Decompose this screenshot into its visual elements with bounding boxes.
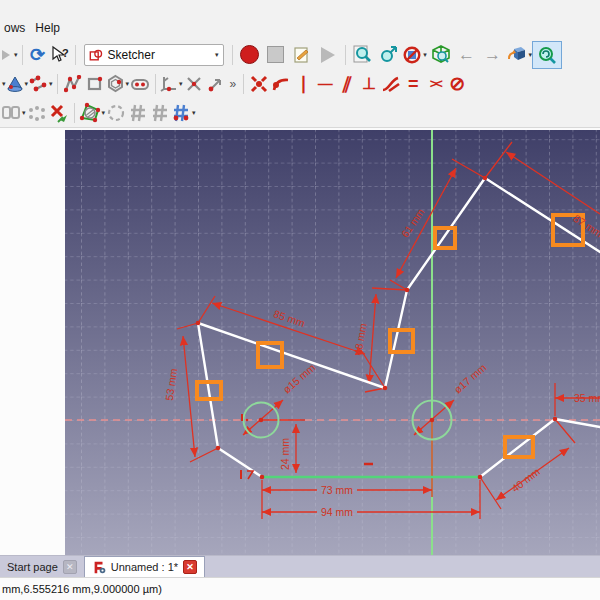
macro-edit-button[interactable]: [289, 43, 315, 67]
clone-button[interactable]: ▾: [1, 102, 26, 124]
dropdown-caret-icon[interactable]: ▾: [22, 109, 26, 117]
constraint-perpendicular-button[interactable]: ⊥: [358, 73, 380, 95]
separator: [243, 74, 244, 94]
symmetric-constraint-icon: ><: [430, 77, 441, 90]
refresh-button[interactable]: ⟳: [27, 44, 49, 66]
tab-start-page[interactable]: Start page ✕: [0, 557, 84, 577]
block-constraint-icon: ⊘: [449, 74, 465, 93]
workbench-selector-value: Sketcher: [108, 48, 214, 62]
viewport-strip: 53 mm 85 mm 48 mm 61 mm 87 mm ø15 mm ø17…: [0, 128, 600, 555]
zoom-fit-all-button[interactable]: [350, 43, 376, 67]
dim-94: 94 mm: [321, 506, 353, 518]
clone-icon: [1, 104, 21, 122]
close-tab-icon[interactable]: ✕: [63, 560, 77, 574]
create-rectangle-button[interactable]: [84, 73, 106, 95]
menu-windows[interactable]: ows: [2, 19, 33, 37]
constraint-parallel-button[interactable]: ∥: [336, 73, 358, 95]
menu-help[interactable]: Help: [33, 19, 68, 37]
create-slot-button[interactable]: [129, 73, 151, 95]
toggle-construction-button[interactable]: ▾: [160, 73, 183, 95]
separator: [74, 103, 75, 123]
cursor-coordinates: mm,6.555216 mm,9.000000 µm): [0, 583, 162, 595]
constraint-horizontal-button[interactable]: —: [314, 73, 336, 95]
axonometric-cube-icon: [431, 45, 451, 65]
tab-start-page-label: Start page: [7, 561, 58, 573]
external-geometry-button[interactable]: [205, 73, 227, 95]
select-bspline-control-polygon-button[interactable]: ▾: [79, 102, 106, 124]
show-hide-circle-button[interactable]: [105, 102, 127, 124]
view-axonometric-button[interactable]: [428, 43, 454, 67]
delete-all-geometry-button[interactable]: [48, 102, 70, 124]
constraint-point-on-object-button[interactable]: [270, 73, 292, 95]
bspline-degree-button[interactable]: [127, 102, 149, 124]
zoom-fit-selection-button[interactable]: [376, 43, 402, 67]
draw-style-icon: [402, 45, 422, 65]
forward-arrow-icon: →: [484, 46, 501, 63]
play-icon: [321, 47, 335, 63]
dropdown-caret-icon[interactable]: ▾: [215, 51, 219, 59]
constraint-symmetric-button[interactable]: ><: [424, 73, 446, 95]
view-cube-icon: [506, 45, 528, 65]
dim-73: 73 mm: [321, 484, 353, 496]
dropdown-caret-icon[interactable]: ▾: [14, 51, 18, 59]
create-arc-button[interactable]: ▾: [28, 73, 53, 95]
sketcher-workbench-icon: [89, 48, 103, 62]
toolbar-area: ▾ ⟳ ? Sketcher ▾: [0, 40, 600, 128]
macro-record-button[interactable]: [237, 43, 263, 67]
refresh-icon: ⟳: [30, 46, 45, 64]
hash-blue-icon: [171, 103, 191, 123]
constraint-block-button[interactable]: ⊘: [446, 73, 468, 95]
constraint-vertical-button[interactable]: ❘: [292, 73, 314, 95]
toolbar-overflow-button[interactable]: »: [230, 77, 237, 91]
bspline-polygon-icon: [79, 102, 101, 124]
nav-partial-button[interactable]: ▾: [1, 44, 18, 66]
separator: [345, 45, 346, 65]
fit-all-icon: [353, 45, 373, 65]
sync-magnifier-icon: [537, 45, 557, 65]
set-view-button[interactable]: ▾: [506, 43, 533, 67]
whats-this-icon: ?: [50, 45, 70, 65]
record-icon: [240, 45, 259, 64]
edit-macro-icon: [293, 46, 311, 64]
workbench-selector[interactable]: Sketcher ▾: [84, 44, 224, 66]
dropdown-caret-icon[interactable]: ▾: [192, 109, 196, 117]
close-tab-icon[interactable]: ✕: [183, 560, 197, 574]
delete-geometry-icon: [49, 103, 69, 123]
cone-icon: [6, 75, 24, 93]
tab-unnamed-document[interactable]: Unnamed : 1* ✕: [84, 556, 205, 577]
nav-forward-button[interactable]: →: [480, 43, 506, 67]
fit-selection-icon: [379, 45, 399, 65]
hash-gray-icon: [128, 103, 148, 123]
constraint-equal-button[interactable]: =: [402, 73, 424, 95]
left-panel-gutter: [0, 130, 65, 555]
external-geometry-icon: [207, 75, 225, 93]
macro-stop-button[interactable]: [263, 43, 289, 67]
view-sync-button[interactable]: [532, 41, 562, 69]
axes-icon: [160, 75, 178, 93]
dropdown-caret-icon[interactable]: ▾: [49, 80, 53, 88]
copy-button[interactable]: [26, 102, 48, 124]
constraint-coincident-button[interactable]: [248, 73, 270, 95]
create-cone-button[interactable]: ▾: [6, 73, 29, 95]
whats-this-button[interactable]: ?: [49, 44, 71, 66]
parallel-constraint-icon: ∥: [341, 76, 354, 92]
trim-edge-button[interactable]: [183, 73, 205, 95]
hexagon-icon: [106, 74, 125, 93]
3d-viewport[interactable]: 53 mm 85 mm 48 mm 61 mm 87 mm ø15 mm ø17…: [65, 130, 600, 555]
bspline-knot-multiplicity-button[interactable]: ▾: [171, 102, 196, 124]
create-polyline-button[interactable]: [62, 73, 84, 95]
separator: [22, 45, 23, 65]
macro-play-button[interactable]: [315, 43, 341, 67]
bspline-comb-button[interactable]: [149, 102, 171, 124]
tab-unnamed-document-label: Unnamed : 1*: [111, 561, 178, 573]
freecad-document-icon: [92, 560, 106, 574]
create-polygon-button[interactable]: ▾: [106, 73, 130, 95]
draw-style-button[interactable]: ▾: [402, 43, 428, 67]
trim-icon: [185, 75, 203, 93]
dropdown-caret-icon[interactable]: ▾: [423, 51, 427, 59]
nav-back-button[interactable]: ←: [454, 43, 480, 67]
constraint-tangent-button[interactable]: [380, 73, 402, 95]
horizontal-constraint-icon: —: [318, 76, 333, 91]
polyline-icon: [64, 75, 82, 93]
sketch-canvas[interactable]: 53 mm 85 mm 48 mm 61 mm 87 mm ø15 mm ø17…: [65, 130, 600, 555]
